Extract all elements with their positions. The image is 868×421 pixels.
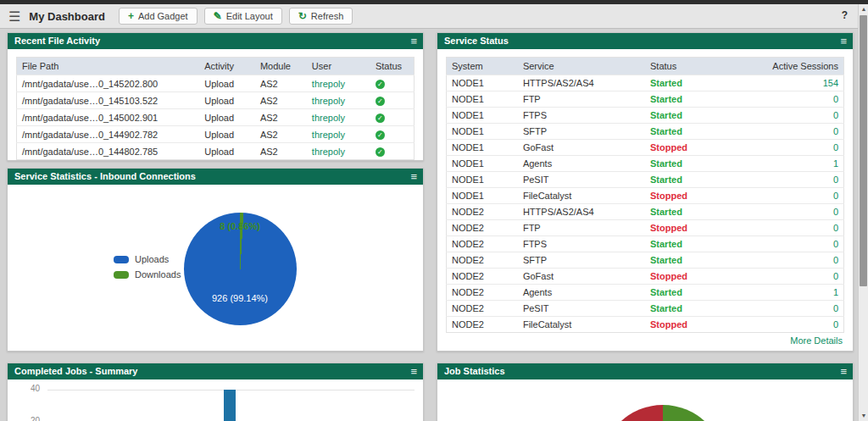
status-badge: Started bbox=[645, 252, 756, 269]
col-module: Module bbox=[255, 58, 307, 75]
table-row: /mnt/gadata/use…0_145103.522 Upload AS2 … bbox=[17, 92, 415, 109]
file-activity-table: File Path Activity Module User Status /m… bbox=[16, 57, 415, 160]
y-tick-20: 20 bbox=[31, 416, 40, 421]
refresh-button[interactable]: Refresh bbox=[289, 8, 353, 25]
table-row: NODE1SFTPStarted0 bbox=[447, 124, 844, 140]
table-row: NODE1FTPSStarted0 bbox=[447, 108, 844, 124]
uploads-slice-label: 926 (99.14%) bbox=[181, 293, 299, 303]
recent-file-activity-panel: Recent File Activity File Path Activity … bbox=[7, 32, 424, 161]
col-user: User bbox=[307, 58, 370, 75]
uploads-swatch bbox=[114, 256, 129, 263]
user-link[interactable]: threpoly bbox=[307, 143, 370, 160]
table-row: /mnt/gadata/use…0_145202.800 Upload AS2 … bbox=[17, 75, 415, 92]
table-header-row: File Path Activity Module User Status bbox=[17, 58, 415, 75]
refresh-icon bbox=[298, 12, 307, 20]
col-activity: Activity bbox=[199, 58, 255, 75]
help-button[interactable]: ? bbox=[842, 9, 848, 21]
menu-icon[interactable] bbox=[8, 8, 20, 25]
table-row: NODE2FTPSStarted0 bbox=[447, 236, 844, 252]
success-icon bbox=[376, 80, 385, 89]
table-row: NODE1PeSITStarted0 bbox=[447, 172, 844, 188]
legend-item-downloads[interactable]: Downloads bbox=[114, 269, 181, 280]
status-badge: Started bbox=[645, 236, 756, 252]
status-badge: Started bbox=[645, 285, 756, 301]
table-header-row: System Service Status Active Sessions bbox=[447, 58, 844, 75]
table-row: NODE2PeSITStarted0 bbox=[447, 301, 844, 317]
status-badge: Stopped bbox=[645, 269, 756, 285]
vertical-scrollbar[interactable]: ▲ ▼ bbox=[858, 4, 868, 421]
panel-header: Service Statistics - Inbound Connections bbox=[8, 169, 423, 185]
table-row: NODE1GoFastStopped0 bbox=[447, 140, 844, 156]
status-badge: Stopped bbox=[645, 220, 756, 236]
table-row: NODE1FileCatalystStopped0 bbox=[447, 188, 844, 204]
status-badge: Started bbox=[645, 124, 756, 140]
panel-menu-icon[interactable] bbox=[410, 363, 417, 379]
edit-layout-label: Edit Layout bbox=[226, 11, 273, 21]
success-icon bbox=[376, 114, 385, 123]
add-gadget-label: Add Gadget bbox=[138, 11, 188, 21]
success-icon bbox=[376, 97, 385, 106]
status-badge: Stopped bbox=[645, 317, 756, 333]
user-link[interactable]: threpoly bbox=[307, 126, 370, 143]
completed-jobs-panel: Completed Jobs - Summary 40 20 bbox=[7, 363, 424, 421]
panel-header: Recent File Activity bbox=[8, 33, 423, 49]
legend-item-uploads[interactable]: Uploads bbox=[114, 254, 181, 264]
y-tick-40: 40 bbox=[31, 384, 40, 393]
panel-header: Job Statistics bbox=[437, 363, 853, 379]
status-badge: Started bbox=[645, 172, 756, 188]
panel-title: Service Status bbox=[444, 36, 509, 46]
plus-icon bbox=[128, 12, 134, 20]
col-system: System bbox=[447, 58, 518, 75]
success-icon bbox=[376, 130, 385, 140]
panel-header: Completed Jobs - Summary bbox=[8, 363, 423, 379]
table-row: NODE1HTTPS/AS2/AS4Started154 bbox=[447, 75, 844, 91]
scroll-up-icon[interactable]: ▲ bbox=[859, 4, 868, 14]
refresh-label: Refresh bbox=[311, 11, 344, 21]
status-badge: Started bbox=[645, 204, 756, 220]
table-row: /mnt/gadata/use…0_145002.901 Upload AS2 … bbox=[17, 109, 415, 126]
panel-menu-icon[interactable] bbox=[410, 169, 417, 185]
job-statistics-panel: Job Statistics bbox=[437, 363, 854, 421]
status-badge: Started bbox=[645, 91, 756, 108]
user-link[interactable]: threpoly bbox=[307, 109, 370, 126]
panel-menu-icon[interactable] bbox=[410, 33, 417, 49]
panel-menu-icon[interactable] bbox=[840, 363, 847, 379]
status-badge: Stopped bbox=[645, 188, 756, 204]
pencil-icon bbox=[214, 12, 222, 20]
panel-title: Recent File Activity bbox=[14, 36, 100, 46]
table-row: /mnt/gadata/use…0_144902.782 Upload AS2 … bbox=[17, 126, 415, 143]
status-badge: Started bbox=[645, 156, 756, 172]
pie-legend: Uploads Downloads bbox=[114, 254, 181, 285]
user-link[interactable]: threpoly bbox=[307, 92, 370, 109]
job-statistics-pie[interactable] bbox=[601, 405, 725, 421]
col-status: Status bbox=[645, 58, 756, 75]
user-link[interactable]: threpoly bbox=[307, 75, 370, 92]
dashboard-app: My Dashboard Add Gadget Edit Layout Refr… bbox=[0, 0, 868, 421]
service-statistics-panel: Service Statistics - Inbound Connections… bbox=[7, 168, 424, 352]
scrollbar-thumb[interactable] bbox=[860, 15, 867, 286]
panel-title: Job Statistics bbox=[444, 366, 505, 376]
completed-jobs-bar[interactable] bbox=[224, 390, 236, 421]
col-file-path: File Path bbox=[17, 58, 200, 75]
status-badge: Started bbox=[645, 301, 756, 317]
table-row: NODE2FTPStopped0 bbox=[447, 220, 844, 236]
panel-header: Service Status bbox=[437, 33, 853, 49]
scroll-down-icon[interactable]: ▼ bbox=[859, 411, 868, 421]
table-row: NODE2GoFastStopped0 bbox=[447, 269, 844, 285]
col-active-sessions: Active Sessions bbox=[756, 58, 843, 75]
panel-menu-icon[interactable] bbox=[840, 33, 847, 49]
table-row: /mnt/gadata/use…0_144802.785 Upload AS2 … bbox=[17, 143, 415, 160]
service-status-panel: Service Status System Service Status Act… bbox=[437, 32, 854, 352]
edit-layout-button[interactable]: Edit Layout bbox=[204, 8, 282, 25]
toolbar: My Dashboard Add Gadget Edit Layout Refr… bbox=[0, 4, 858, 29]
add-gadget-button[interactable]: Add Gadget bbox=[119, 8, 198, 25]
success-icon bbox=[376, 147, 385, 157]
status-badge: Started bbox=[645, 75, 756, 91]
table-row: NODE2FileCatalystStopped0 bbox=[447, 317, 844, 333]
col-service: Service bbox=[518, 58, 645, 75]
table-row: NODE2AgentsStarted1 bbox=[447, 285, 844, 301]
table-row: NODE2SFTPStarted0 bbox=[447, 252, 844, 269]
service-status-table: System Service Status Active Sessions NO… bbox=[446, 57, 844, 333]
table-row: NODE2HTTPS/AS2/AS4Started0 bbox=[447, 204, 844, 220]
more-details-link[interactable]: More Details bbox=[790, 335, 843, 346]
